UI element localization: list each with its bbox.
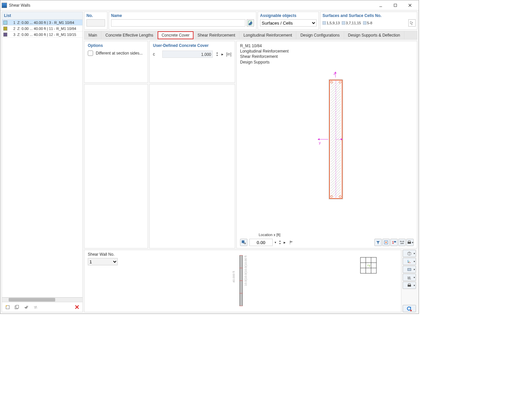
- list-item[interactable]: 3Z: 0.00 ... 40.00 ft | 12 - R_M1 10/15: [2, 32, 82, 38]
- axes-icon[interactable]: ▾: [403, 258, 416, 265]
- render-icon[interactable]: ▾: [403, 266, 416, 273]
- print-icon[interactable]: ▾: [403, 282, 416, 289]
- location-input[interactable]: [249, 239, 273, 246]
- surface-icon: [363, 21, 366, 25]
- svg-rect-38: [408, 241, 410, 242]
- assignable-label: Assignable objects: [260, 13, 317, 18]
- copy-icon[interactable]: [13, 304, 21, 311]
- svg-point-5: [6, 305, 7, 307]
- no-label: No.: [86, 13, 105, 18]
- cover-value-input[interactable]: 1.000: [162, 51, 213, 58]
- surface-icon: [323, 21, 326, 25]
- check-icon[interactable]: [23, 304, 30, 311]
- cover-title: User-Defined Concrete Cover: [153, 43, 231, 48]
- name-input[interactable]: [111, 19, 245, 27]
- svg-text:10: 10: [407, 276, 410, 279]
- list-hscrollbar[interactable]: [2, 297, 82, 302]
- edit-name-icon[interactable]: [247, 19, 254, 27]
- tab-design-configurations[interactable]: Design Configurations: [296, 31, 344, 39]
- svg-text:10.0(10.0(10.0(10.00 ft: 10.0(10.0(10.0(10.00 ft: [244, 255, 247, 286]
- frame-icon[interactable]: [382, 239, 390, 246]
- dimension-icon[interactable]: 100: [398, 239, 406, 246]
- list-item[interactable]: 1Z: 0.00 ... 40.00 ft | 3 - R_M1 10/84: [2, 20, 82, 26]
- tab-shear-reinforcement[interactable]: Shear Reinforcement: [194, 31, 239, 39]
- tab-longitudinal-reinforcement[interactable]: Longitudinal Reinforcement: [239, 31, 296, 39]
- svg-rect-28: [242, 240, 244, 243]
- flag-icon[interactable]: [288, 239, 295, 246]
- svg-text:100: 100: [400, 242, 404, 244]
- empty-panel: [84, 84, 148, 248]
- different-sides-checkbox[interactable]: [88, 51, 93, 56]
- svg-rect-11: [363, 21, 366, 25]
- delete-button[interactable]: ✕: [73, 304, 80, 311]
- svg-point-62: [407, 307, 411, 310]
- svg-rect-32: [394, 241, 396, 242]
- tab-concrete-cover[interactable]: Concrete Cover: [158, 31, 194, 39]
- svg-text:1: 1: [392, 241, 394, 244]
- locate-icon[interactable]: [240, 239, 247, 246]
- assignable-select[interactable]: Surfaces / Cells: [260, 19, 317, 27]
- cover-param-label: c: [153, 52, 160, 57]
- svg-rect-57: [408, 268, 411, 271]
- svg-rect-1: [394, 4, 397, 7]
- svg-line-56: [408, 261, 410, 263]
- section-diagram: z: [300, 70, 353, 210]
- empty-panel: [149, 84, 235, 248]
- name-label: Name: [111, 13, 254, 18]
- svg-text:y: y: [319, 141, 321, 145]
- surface-icon: [342, 21, 345, 25]
- location-spinner[interactable]: ▴▾: [278, 240, 282, 245]
- app-icon: [2, 3, 7, 8]
- view3d-icon[interactable]: ▾: [403, 250, 416, 257]
- swap-icon[interactable]: [32, 304, 39, 311]
- cover-unit: [in]: [226, 52, 231, 57]
- different-sides-label: Different at section sides...: [96, 51, 143, 56]
- list-item[interactable]: 2Z: 0.00 ... 40.00 ft | 11 - R_M1 10/84: [2, 26, 82, 32]
- svg-rect-61: [408, 284, 410, 285]
- location-step-icon[interactable]: ▸: [284, 240, 286, 245]
- print-icon[interactable]: ▾: [406, 239, 414, 246]
- list-header: List: [2, 12, 82, 20]
- svg-rect-10: [342, 21, 345, 25]
- reset-view-icon[interactable]: [403, 305, 416, 312]
- list-body[interactable]: 1Z: 0.00 ... 40.00 ft | 3 - R_M1 10/842Z…: [2, 20, 82, 297]
- close-button[interactable]: [403, 1, 417, 10]
- surfaces-label: Surfaces and Surface Cells No.: [323, 13, 415, 18]
- svg-text:+y: +y: [367, 264, 370, 267]
- surfaces-value[interactable]: 1,5,9,13 3,7,11,15 5-8: [323, 19, 415, 27]
- options-title: Options: [88, 43, 144, 48]
- no-input[interactable]: [86, 19, 105, 27]
- values-icon[interactable]: 1: [390, 239, 398, 246]
- window-title: Shear Walls: [9, 3, 373, 8]
- filter-icon[interactable]: [374, 239, 382, 246]
- maximize-button[interactable]: [388, 1, 403, 10]
- grid-icon[interactable]: 10▾: [403, 274, 416, 281]
- tab-design-supports-deflection[interactable]: Design Supports & Deflection: [344, 31, 405, 39]
- svg-rect-30: [385, 242, 387, 243]
- cover-spinner[interactable]: ▴▾: [215, 52, 219, 57]
- shearwall-no-select[interactable]: 1: [88, 258, 118, 265]
- tab-concrete-effective-lengths[interactable]: Concrete Effective Lengths: [101, 31, 158, 39]
- preview-info: R_M1 10/84Longitudinal ReinforcementShea…: [240, 43, 414, 65]
- svg-rect-7: [16, 305, 19, 308]
- minimize-button[interactable]: [373, 1, 388, 10]
- elevation-diagram: 40.000 ft 10.0(10.0(10.0(10.00 ft: [230, 253, 253, 309]
- location-label: Location x [ft]: [259, 233, 414, 237]
- pick-surfaces-icon[interactable]: [408, 19, 416, 27]
- svg-marker-24: [318, 138, 320, 140]
- new-icon[interactable]: [4, 304, 11, 311]
- tab-bar: MainConcrete Effective LengthsConcrete C…: [84, 31, 417, 40]
- close-icon: ✕: [74, 304, 79, 311]
- tab-main[interactable]: Main: [84, 31, 101, 39]
- location-dropdown-icon[interactable]: ▾: [275, 241, 276, 244]
- view-cube[interactable]: +y: [359, 256, 378, 275]
- svg-text:40.000 ft: 40.000 ft: [232, 271, 235, 283]
- svg-rect-9: [323, 21, 326, 25]
- cover-step-icon[interactable]: ▸: [221, 52, 223, 57]
